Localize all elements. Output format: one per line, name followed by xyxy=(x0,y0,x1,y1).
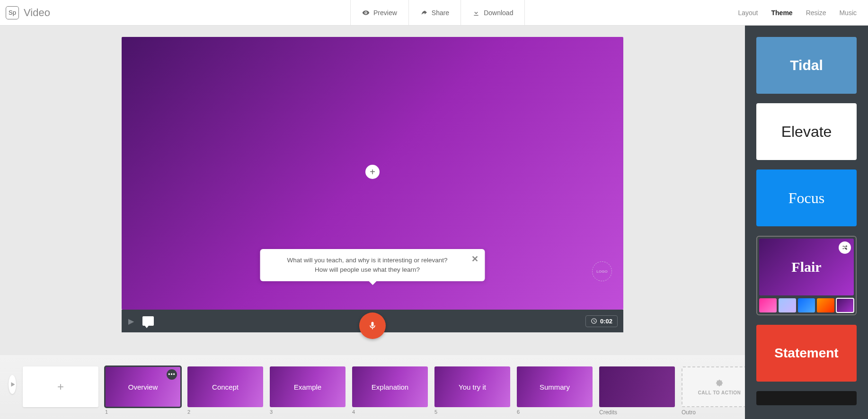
add-slide-button[interactable]: + xyxy=(23,366,98,407)
slide-credits[interactable]: Credits xyxy=(599,366,675,416)
tab-theme[interactable]: Theme xyxy=(771,9,793,17)
preview-label: Preview xyxy=(373,9,397,17)
slide-number: 6 xyxy=(517,409,593,415)
swatch-3[interactable] xyxy=(798,298,815,312)
tooltip-line-2: How will people use what they learn? xyxy=(274,265,461,275)
duration-badge[interactable]: 0:02 xyxy=(585,315,618,327)
timeline-play-button[interactable] xyxy=(9,375,16,394)
slide-title: Summary xyxy=(540,383,570,391)
slide-3[interactable]: Example 3 xyxy=(270,366,345,415)
theme-focus[interactable]: Focus xyxy=(756,169,857,226)
preview-button[interactable]: Preview xyxy=(350,0,408,25)
slide-title: You try it xyxy=(459,383,486,391)
slide-title: Explanation xyxy=(372,383,408,391)
share-arrow-icon xyxy=(420,9,428,17)
slide-6[interactable]: Summary 6 xyxy=(517,366,593,415)
download-icon xyxy=(472,9,480,17)
timeline: + Overview ••• 1 Concept 2 Example 3 Exp… xyxy=(0,355,745,419)
logo-placeholder[interactable]: LOGO xyxy=(592,261,612,281)
microphone-icon xyxy=(368,321,377,330)
theme-flair-label: Flair xyxy=(791,259,821,275)
eye-icon xyxy=(362,9,370,17)
duration-text: 0:02 xyxy=(600,318,612,325)
slide-4[interactable]: Explanation 4 xyxy=(352,366,428,415)
sp-logo-icon: Sp xyxy=(6,6,19,19)
swatch-1[interactable] xyxy=(759,298,777,312)
slide-title: Example xyxy=(294,383,321,391)
canvas-play-button[interactable]: ▶ xyxy=(128,317,134,326)
slide-options-button[interactable]: ••• xyxy=(167,369,177,380)
slide-number: 4 xyxy=(352,409,428,415)
ellipsis-icon: ••• xyxy=(168,371,176,378)
theme-sidebar: Tidal Elevate Focus Flair Statement xyxy=(745,26,868,419)
slide-number: 1 xyxy=(105,409,181,415)
close-icon: ✕ xyxy=(471,254,478,264)
app-title: Video xyxy=(24,7,50,19)
brand: Sp Video xyxy=(0,6,50,19)
clock-icon xyxy=(591,318,597,324)
plus-icon: + xyxy=(370,167,375,178)
record-mic-button[interactable] xyxy=(359,312,386,339)
app-header: Sp Video Preview Share Download Layout T… xyxy=(0,0,868,26)
share-button[interactable]: Share xyxy=(408,0,461,25)
header-actions: Preview Share Download xyxy=(350,0,525,25)
download-button[interactable]: Download xyxy=(461,0,525,25)
slide-number: 2 xyxy=(187,409,263,415)
slide-5[interactable]: You try it 5 xyxy=(434,366,510,415)
shuffle-icon xyxy=(841,244,848,251)
tab-layout[interactable]: Layout xyxy=(738,9,758,17)
theme-elevate[interactable]: Elevate xyxy=(756,103,857,160)
plus-icon: + xyxy=(57,380,64,393)
tooltip-line-1: What will you teach, and why is it inter… xyxy=(274,256,461,265)
color-swatches xyxy=(759,298,854,312)
play-icon xyxy=(9,381,16,388)
theme-tidal[interactable]: Tidal xyxy=(756,37,857,94)
hint-tooltip: What will you teach, and why is it inter… xyxy=(260,249,485,282)
add-content-button[interactable]: + xyxy=(365,165,380,179)
share-label: Share xyxy=(432,9,449,17)
slide-1[interactable]: Overview ••• 1 xyxy=(105,366,181,415)
swatch-4[interactable] xyxy=(817,298,834,312)
slide-canvas[interactable]: + LOGO What will you teach, and why is i… xyxy=(122,37,623,310)
slide-label: Credits xyxy=(599,409,675,416)
shuffle-colors-button[interactable] xyxy=(839,241,851,254)
slide-number: 5 xyxy=(434,409,510,415)
badge-icon xyxy=(715,379,724,387)
canvas-wrap: + LOGO What will you teach, and why is i… xyxy=(122,37,623,355)
theme-next[interactable] xyxy=(756,391,857,405)
canvas-controls: ▶ 0:02 xyxy=(122,310,623,332)
slide-2[interactable]: Concept 2 xyxy=(187,366,263,415)
slide-title: Overview xyxy=(128,383,158,391)
theme-statement[interactable]: Statement xyxy=(756,325,857,382)
theme-flair-selected[interactable]: Flair xyxy=(756,236,857,315)
slide-number: 3 xyxy=(270,409,345,415)
slide-title: Concept xyxy=(212,383,239,391)
tab-music[interactable]: Music xyxy=(839,9,857,17)
swatch-5[interactable] xyxy=(836,298,854,312)
swatch-2[interactable] xyxy=(779,298,796,312)
caption-button[interactable] xyxy=(142,316,154,326)
play-icon: ▶ xyxy=(128,317,134,325)
tab-resize[interactable]: Resize xyxy=(806,9,826,17)
tooltip-close-button[interactable]: ✕ xyxy=(471,254,478,264)
download-label: Download xyxy=(484,9,513,17)
cta-label: CALL TO ACTION xyxy=(698,390,741,395)
main-area: + LOGO What will you teach, and why is i… xyxy=(0,26,745,355)
header-tabs: Layout Theme Resize Music xyxy=(738,9,857,17)
